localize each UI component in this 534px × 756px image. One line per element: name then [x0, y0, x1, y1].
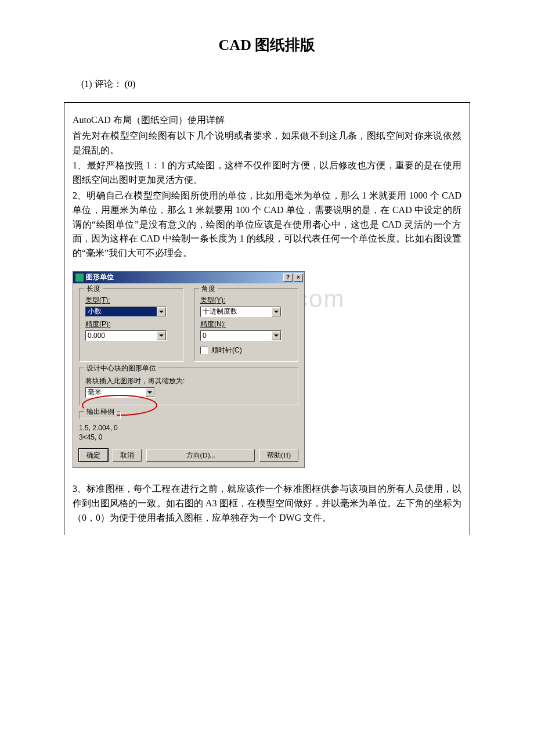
paragraph-2: 2、明确自己在模型空间绘图所使用的单位，比如用毫米为单位，那么 1 米就要用 1…: [73, 189, 461, 261]
help-icon[interactable]: ?: [283, 273, 293, 282]
close-icon[interactable]: ×: [294, 273, 303, 282]
comments-label: 评论：: [95, 79, 122, 89]
clockwise-label: 顺时针(C): [211, 345, 242, 355]
content-frame: AutoCAD 布局（图纸空间）使用详解 首先对在模型空间绘图有以下几个说明或者…: [64, 102, 470, 535]
chevron-down-icon[interactable]: [157, 331, 166, 340]
rating-value: (1): [81, 79, 92, 89]
design-block-group-label: 设计中心块的图形单位: [84, 363, 158, 373]
meta-line: (1) 评论： (0): [0, 78, 534, 91]
length-group-label: 长度: [84, 284, 103, 294]
paragraph-1: 1、最好严格按照 1：1 的方式绘图，这样不仅作图时方便，以后修改也方便，重要的…: [73, 159, 461, 188]
length-precision-label: 精度(P):: [85, 319, 177, 329]
angle-type-label: 类型(Y):: [200, 296, 292, 305]
chevron-down-icon[interactable]: [272, 331, 281, 340]
length-type-label: 类型(T):: [85, 296, 177, 305]
dialog-title: 图形单位: [86, 272, 114, 282]
help-button[interactable]: 帮助(H): [259, 449, 298, 462]
ok-button[interactable]: 确定: [79, 449, 108, 462]
chevron-down-icon[interactable]: [272, 307, 281, 316]
sample-group-label: 输出样例: [84, 407, 117, 417]
cancel-button[interactable]: 取消: [113, 449, 142, 462]
paragraph-3: 3、标准图框，每个工程在进行之前，就应该作一个标准图框供参与该项目的所有人员使用…: [73, 482, 461, 525]
paragraph-intro-title: AutoCAD 布局（图纸空间）使用详解: [73, 113, 461, 128]
angle-group-label: 角度: [199, 284, 218, 294]
sample-line-1: 1.5, 2.004, 0: [79, 424, 298, 433]
angle-precision-label: 精度(N):: [200, 319, 292, 329]
design-block-group: 设计中心块的图形单位 将块插入此图形时，将其缩放为: 毫米: [79, 368, 298, 405]
length-type-select[interactable]: 小数: [85, 307, 167, 317]
length-type-value: 小数: [86, 307, 157, 316]
design-block-value: 毫米: [86, 388, 145, 397]
angle-group: 角度 类型(Y): 十进制度数 精度(N): 0: [194, 288, 298, 362]
units-dialog: 图形单位 ? × 长度 类型(T): 小数 精度(P): [73, 271, 305, 468]
sample-line-2: 3<45, 0: [79, 433, 298, 442]
app-icon: [75, 273, 84, 282]
design-block-select[interactable]: 毫米: [85, 387, 155, 398]
page-title: CAD 图纸排版: [0, 35, 534, 55]
clockwise-checkbox[interactable]: [200, 347, 208, 354]
angle-type-value: 十进制度数: [201, 307, 272, 316]
direction-button[interactable]: 方向(D)...: [146, 449, 255, 462]
dialog-screenshot: www.bdocx.com 图形单位 ? × 长度 类型(T):: [73, 271, 461, 468]
angle-type-select[interactable]: 十进制度数: [200, 307, 282, 317]
length-precision-value: 0.000: [86, 331, 157, 340]
dialog-titlebar: 图形单位 ? ×: [73, 272, 304, 283]
chevron-down-icon[interactable]: [157, 307, 166, 316]
comments-count: (0): [125, 79, 136, 89]
sample-group: 输出样例: [79, 411, 121, 419]
angle-precision-value: 0: [201, 331, 272, 340]
design-block-hint: 将块插入此图形时，将其缩放为:: [85, 376, 292, 386]
length-precision-select[interactable]: 0.000: [85, 330, 167, 341]
chevron-down-icon[interactable]: [145, 388, 154, 397]
length-group: 长度 类型(T): 小数 精度(P): 0.000: [79, 288, 183, 362]
angle-precision-select[interactable]: 0: [200, 330, 282, 341]
paragraph-intro: 首先对在模型空间绘图有以下几个说明或者要求，如果做不到这几条，图纸空间对你来说依…: [73, 129, 461, 158]
